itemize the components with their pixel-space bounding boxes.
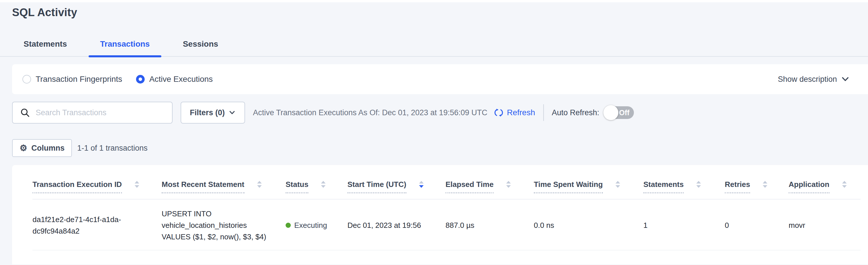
column-header-statements[interactable]: Statements: [643, 180, 725, 193]
cell-elapsed-time: 887.0 µs: [445, 199, 534, 250]
sort-icon: [419, 181, 424, 188]
radio-active-executions[interactable]: Active Executions: [136, 75, 213, 84]
sort-icon: [257, 181, 262, 188]
results-count: 1-1 of 1 transactions: [77, 144, 148, 153]
sort-icon: [842, 181, 847, 188]
tab-sessions[interactable]: Sessions: [172, 37, 230, 56]
radio-circle-icon[interactable]: [136, 75, 145, 83]
top-strip: [0, 0, 868, 2]
column-header-application[interactable]: Application: [788, 180, 861, 193]
controls-row: Filters (0) Active Transaction Execution…: [12, 102, 868, 124]
sort-icon: [616, 181, 620, 188]
radio-transaction-fingerprints[interactable]: Transaction Fingerprints: [23, 75, 122, 84]
sort-icon: [763, 181, 767, 188]
status-dot-icon: [286, 223, 291, 228]
view-mode-band: Transaction Fingerprints Active Executio…: [12, 64, 868, 94]
chevron-down-icon: [841, 75, 849, 83]
refresh-icon: [494, 107, 504, 118]
toggle-knob: [603, 105, 618, 120]
search-box[interactable]: [12, 102, 173, 124]
column-header-retries[interactable]: Retries: [725, 180, 788, 193]
transactions-table: Transaction Execution ID Most Recent Sta…: [32, 165, 861, 250]
tab-transactions[interactable]: Transactions: [89, 37, 161, 56]
auto-refresh-label: Auto Refresh:: [552, 108, 599, 117]
show-description-label: Show description: [778, 75, 837, 84]
refresh-label: Refresh: [507, 108, 535, 117]
sort-icon: [696, 181, 701, 188]
tab-statements[interactable]: Statements: [12, 37, 79, 56]
column-header-elapsed-time[interactable]: Elapsed Time: [445, 180, 534, 193]
search-icon: [20, 108, 30, 117]
cell-statements: 1: [643, 199, 725, 250]
column-header-time-spent-waiting[interactable]: Time Spent Waiting: [534, 180, 643, 193]
cell-application: movr: [788, 199, 861, 250]
toggle-state-label: Off: [619, 109, 629, 117]
table-row: da1f21e2-de71-4c1f-a1da-dc9fc94a84a2 UPS…: [32, 199, 861, 250]
chevron-down-icon: [228, 109, 236, 116]
radio-label: Active Executions: [149, 75, 213, 84]
cell-retries: 0: [725, 199, 788, 250]
refresh-button[interactable]: Refresh: [494, 107, 535, 118]
page-header: SQL Activity: [0, 2, 868, 19]
columns-button[interactable]: ⚙ Columns: [12, 139, 72, 157]
cell-start-time: Dec 01, 2023 at 19:56: [347, 199, 445, 250]
view-mode-radio-group: Transaction Fingerprints Active Executio…: [23, 75, 213, 84]
column-header-most-recent-statement[interactable]: Most Recent Statement: [162, 180, 286, 193]
sort-icon: [321, 181, 326, 188]
columns-button-label: Columns: [31, 144, 65, 153]
tab-bar: Statements Transactions Sessions: [0, 37, 868, 57]
cell-most-recent-statement: UPSERT INTO vehicle_location_histories V…: [162, 208, 277, 242]
transactions-table-card: Transaction Execution ID Most Recent Sta…: [12, 165, 868, 264]
sort-icon: [134, 181, 139, 188]
radio-circle-icon[interactable]: [23, 75, 31, 83]
results-toolbar: ⚙ Columns 1-1 of 1 transactions: [12, 139, 868, 157]
vertical-divider: [543, 104, 544, 121]
gear-icon: ⚙: [20, 144, 27, 152]
filters-button[interactable]: Filters (0): [181, 102, 245, 124]
cell-transaction-execution-id: da1f21e2-de71-4c1f-a1da-dc9fc94a84a2: [32, 214, 129, 237]
status-label: Executing: [294, 219, 327, 231]
column-header-status[interactable]: Status: [286, 180, 347, 193]
filters-label: Filters (0): [190, 108, 225, 117]
auto-refresh-toggle[interactable]: Off: [604, 106, 634, 119]
sort-icon: [506, 181, 511, 188]
column-header-transaction-execution-id[interactable]: Transaction Execution ID: [32, 180, 162, 193]
radio-label: Transaction Fingerprints: [36, 75, 122, 84]
table-header-row: Transaction Execution ID Most Recent Sta…: [32, 165, 861, 199]
cell-status: Executing: [286, 219, 347, 231]
column-header-start-time[interactable]: Start Time (UTC): [347, 180, 445, 193]
cell-time-spent-waiting: 0.0 ns: [534, 199, 643, 250]
search-input[interactable]: [36, 108, 166, 117]
page-title: SQL Activity: [12, 6, 868, 19]
show-description-button[interactable]: Show description: [778, 75, 849, 84]
as-of-timestamp: Active Transaction Executions As Of: Dec…: [253, 108, 488, 117]
